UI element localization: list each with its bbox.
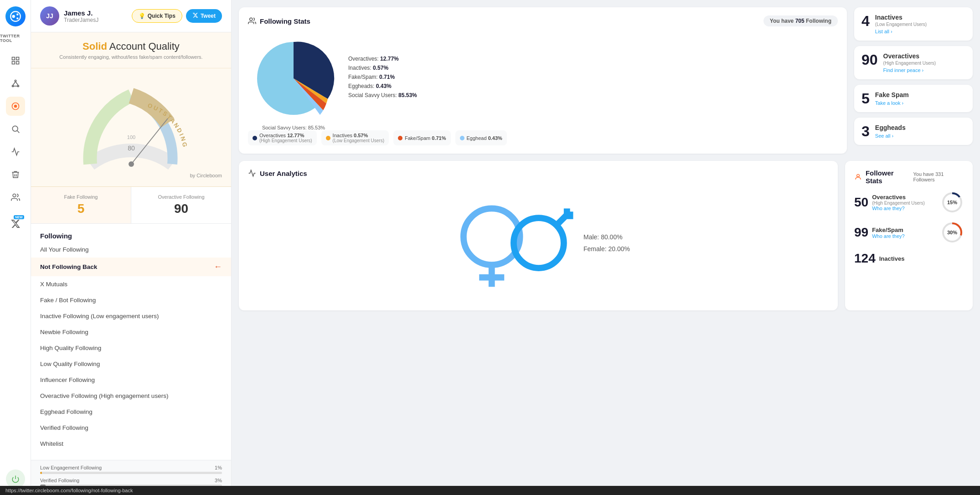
circleboom-label: by Circleboom xyxy=(190,173,222,178)
nav-item[interactable]: Overactive Following (High engagement us… xyxy=(31,388,231,404)
inactives-num: 4 xyxy=(861,14,870,28)
right-stats-panel: 4 Inactives (Low Engagement Users) List … xyxy=(854,7,973,150)
user-name: James J. xyxy=(64,9,98,17)
fake-following-label: Fake Following xyxy=(40,194,122,200)
eggheads-label: Eggheads xyxy=(875,124,965,131)
follower-stats-title: Follower Stats xyxy=(854,169,909,185)
fakespam-link[interactable]: Take a look › xyxy=(875,100,965,106)
low-engagement-label: Low Engagement Following xyxy=(40,465,102,470)
active-arrow-icon: ← xyxy=(214,262,222,272)
user-analytics-header: User Analytics xyxy=(248,169,829,177)
pill-inactives: Inactives 0.57% (Low Engagement Users) xyxy=(321,130,389,145)
inactives-sub: (Low Engagement Users) xyxy=(875,22,965,27)
nav-item[interactable]: Egghead Following xyxy=(31,404,231,420)
low-engagement-fill xyxy=(40,472,42,474)
svg-point-8 xyxy=(15,80,16,82)
user-details: James J. TraderJamesJ xyxy=(64,9,98,23)
nav-item[interactable]: All Your Following xyxy=(31,242,231,258)
sidebar-item-users[interactable] xyxy=(6,188,25,207)
following-stats-icon xyxy=(248,17,256,25)
tweet-button[interactable]: Tweet xyxy=(186,9,222,23)
female-stat: Female: 20.00% xyxy=(583,245,630,253)
nav-item[interactable]: Whitelist xyxy=(31,436,231,452)
pill-overactives: Overactives 12.77% (High Engagement User… xyxy=(248,130,317,145)
inactives-link[interactable]: List all › xyxy=(875,29,965,34)
nav-item[interactable]: Low Quality Following xyxy=(31,356,231,372)
svg-line-12 xyxy=(15,82,18,85)
sidebar-item-delete[interactable] xyxy=(6,165,25,184)
follower-overactives-label: Overactives xyxy=(872,194,925,201)
quick-tips-button[interactable]: 💡 Quick Tips xyxy=(132,9,182,23)
gauge-chart: 80 100 OUTSTANDING xyxy=(67,73,195,173)
svg-text:15%: 15% xyxy=(947,200,957,205)
svg-rect-7 xyxy=(16,62,19,64)
svg-text:100: 100 xyxy=(127,134,135,140)
overactives-sub: (High Engagement Users) xyxy=(883,61,965,66)
fake-following-stat: Fake Following 5 xyxy=(31,187,131,223)
nav-item[interactable]: Influencer Following xyxy=(31,372,231,388)
quality-subtitle: Consistently engaging, without/less fake… xyxy=(40,54,222,60)
avatar: JJ xyxy=(40,6,59,26)
quality-title: Solid Account Quality xyxy=(40,41,222,52)
sidebar: TWITTER TOOL NEW xyxy=(0,0,31,495)
sidebar-item-search[interactable] xyxy=(6,119,25,139)
follower-overactives-num: 50 xyxy=(854,195,868,210)
legend-overactives: Overactives: 12.77% xyxy=(348,56,838,62)
legend-social-savvy: Social Savvy Users: 85.53% xyxy=(348,92,838,98)
top-section: Following Stats You have 705 Following xyxy=(239,7,973,154)
gender-stats: Male: 80.00% Female: 20.00% xyxy=(583,233,630,253)
stats-row: Fake Following 5 Overactive Following 90 xyxy=(31,187,231,224)
inactives-label: Inactives xyxy=(875,14,965,21)
nav-item[interactable]: Fake / Bot Following xyxy=(31,292,231,308)
pill-overactives-sub: (High Engagement Users) xyxy=(259,138,312,143)
left-panel: JJ James J. TraderJamesJ 💡 Quick Tips Tw… xyxy=(31,0,232,495)
nav-item[interactable]: High Quality Following xyxy=(31,340,231,356)
follower-fakespam-link[interactable]: Who are they? xyxy=(872,233,905,239)
follower-icon xyxy=(854,173,862,181)
eggheads-link[interactable]: See all › xyxy=(875,133,965,139)
legend-eggheads: Eggheads: 0.43% xyxy=(348,83,838,89)
overactives-link[interactable]: Find inner peace › xyxy=(883,67,965,73)
nav-item[interactable]: Verified Following xyxy=(31,420,231,436)
app-logo[interactable] xyxy=(5,6,26,26)
follower-inactives-label: Inactives xyxy=(879,255,905,262)
social-savvy-label: Social Savvy Users: 85.53% xyxy=(248,125,339,130)
pie-legend: Overactives: 12.77% Inactives: 0.57% Fak… xyxy=(348,56,838,101)
sidebar-item-x[interactable]: NEW xyxy=(6,214,25,233)
eggheads-num: 3 xyxy=(861,124,870,139)
sidebar-item-network[interactable] xyxy=(6,74,25,93)
fakespam-stat-card: 5 Fake Spam Take a look › xyxy=(854,85,973,112)
user-analytics-card: User Analytics xyxy=(239,161,838,310)
fakespam-label: Fake Spam xyxy=(875,91,965,98)
follower-inactives: 124 Inactives xyxy=(854,251,964,266)
overactive-following-label: Overactive Following xyxy=(140,194,222,200)
nav-item[interactable]: Inactive Following (Low engagement users… xyxy=(31,308,231,324)
sidebar-item-following[interactable] xyxy=(6,97,25,116)
low-engagement-pct: 1% xyxy=(215,465,222,470)
svg-point-16 xyxy=(12,126,18,131)
gender-chart xyxy=(447,193,574,293)
overactives-mini-chart: 15% xyxy=(941,191,964,214)
svg-point-14 xyxy=(14,105,17,108)
fakespam-mini-chart: 30% xyxy=(941,221,964,244)
twitter-icon xyxy=(192,12,198,20)
bottom-row: User Analytics xyxy=(239,161,973,310)
sidebar-item-analytics[interactable] xyxy=(6,142,25,161)
nav-section-title: Following xyxy=(31,228,231,242)
verified-pct: 3% xyxy=(215,478,222,483)
fakespam-dot xyxy=(398,136,402,140)
nav-item[interactable]: Newbie Following xyxy=(31,324,231,340)
svg-point-18 xyxy=(13,194,16,197)
nav-item[interactable]: X Mutuals xyxy=(31,276,231,292)
nav-item[interactable]: Not Following Back← xyxy=(31,258,231,276)
account-header: JJ James J. TraderJamesJ 💡 Quick Tips Tw… xyxy=(31,0,231,32)
svg-line-17 xyxy=(17,131,19,133)
pill-inactives-label: Inactives 0.57% xyxy=(333,133,384,138)
follower-overactives-link[interactable]: Who are they? xyxy=(872,206,925,211)
sidebar-item-dashboard[interactable] xyxy=(6,51,25,70)
svg-point-0 xyxy=(10,11,21,21)
follower-stats-header: Follower Stats You have 331 Followers xyxy=(854,169,964,185)
svg-rect-6 xyxy=(12,62,15,64)
pill-inactives-sub: (Low Engagement Users) xyxy=(333,138,384,143)
overactive-following-stat: Overactive Following 90 xyxy=(131,187,231,223)
